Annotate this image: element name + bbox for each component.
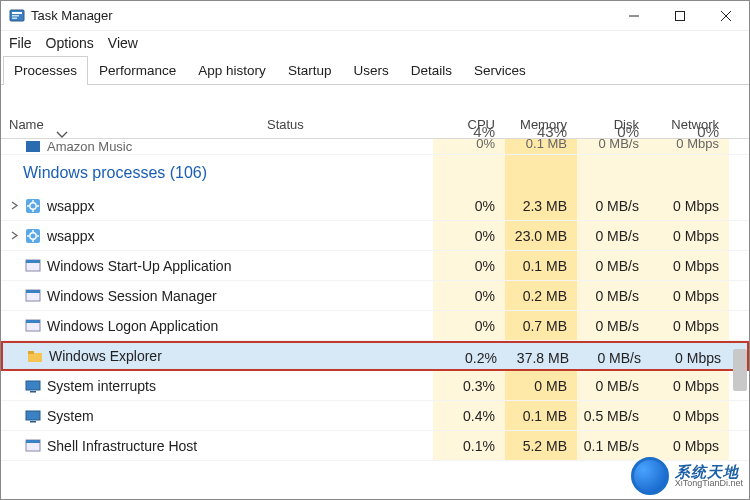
network-cell: 0 Mbps [649,431,729,460]
disk-cell: 0 MB/s [577,281,649,310]
svg-rect-1 [12,12,22,14]
memory-cell: 2.3 MB [505,191,577,220]
table-row[interactable]: Windows Explorer0.2%37.8 MB0 MB/s0 Mbps [1,341,749,371]
table-row[interactable]: Amazon Music 0% 0.1 MB 0 MB/s 0 Mbps [1,139,749,155]
svg-rect-8 [26,141,40,152]
menu-view[interactable]: View [108,35,138,51]
close-button[interactable] [703,1,749,31]
minimize-button[interactable] [611,1,657,31]
app-process-icon [25,318,41,334]
disk-cell: 0 MB/s [577,371,649,400]
process-name: System [47,408,94,424]
svg-rect-3 [12,17,17,19]
watermark-logo-icon [631,457,669,495]
titlebar: Task Manager [1,1,749,31]
disk-cell: 0 MB/s [577,251,649,280]
tab-app-history[interactable]: App history [187,56,277,85]
process-name: Shell Infrastructure Host [47,438,197,454]
disk-cell: 0 MB/s [577,191,649,220]
table-row[interactable]: Windows Logon Application0%0.7 MB0 MB/s0… [1,311,749,341]
tab-performance[interactable]: Performance [88,56,187,85]
memory-cell: 0.2 MB [505,281,577,310]
cpu-cell: 0% [433,191,505,220]
network-cell: 0 Mbps [651,343,731,369]
menubar: File Options View [1,31,749,55]
app-process-icon [25,258,41,274]
disk-cell: 0 MB/s [577,139,649,154]
column-header-name[interactable]: Name [1,117,259,138]
table-row[interactable]: System0.4%0.1 MB0.5 MB/s0 Mbps [1,401,749,431]
watermark: 系统天地 XiTongTianDi.net [631,457,743,495]
column-header-memory[interactable]: 43% Memory [505,117,577,138]
explorer-process-icon [27,348,43,364]
process-list: Amazon Music 0% 0.1 MB 0 MB/s 0 Mbps Win… [1,139,749,461]
cpu-cell: 0.2% [435,343,507,369]
table-row[interactable]: wsappx0%2.3 MB0 MB/s0 Mbps [1,191,749,221]
memory-cell: 0.1 MB [505,251,577,280]
maximize-button[interactable] [657,1,703,31]
menu-file[interactable]: File [9,35,32,51]
column-header-row: Name Status 4% CPU 43% Memory 0% Disk 0%… [1,85,749,139]
disk-cell: 0.5 MB/s [577,401,649,430]
tab-services[interactable]: Services [463,56,537,85]
sys-process-icon [25,378,41,394]
network-cell: 0 Mbps [649,311,729,340]
app-process-icon [25,288,41,304]
cpu-cell: 0% [433,281,505,310]
network-cell: 0 Mbps [649,281,729,310]
process-group-header[interactable]: Windows processes (106) [1,155,749,191]
tab-startup[interactable]: Startup [277,56,343,85]
column-header-cpu[interactable]: 4% CPU [433,117,505,138]
memory-cell: 0 MB [505,371,577,400]
disk-cell: 0 MB/s [577,311,649,340]
column-header-network[interactable]: 0% Network [649,117,729,138]
gear-process-icon [25,228,41,244]
table-row[interactable]: Windows Start-Up Application0%0.1 MB0 MB… [1,251,749,281]
svg-rect-22 [26,260,40,263]
tab-details[interactable]: Details [400,56,463,85]
disk-cell: 0.1 MB/s [577,431,649,460]
cpu-cell: 0.3% [433,371,505,400]
gear-process-icon [25,198,41,214]
tab-users[interactable]: Users [342,56,399,85]
svg-rect-32 [30,421,36,423]
column-header-status[interactable]: Status [259,117,433,138]
svg-rect-27 [28,353,42,362]
tab-strip: Processes Performance App history Startu… [1,55,749,85]
column-header-disk[interactable]: 0% Disk [577,117,649,138]
cpu-cell: 0.1% [433,431,505,460]
table-row[interactable]: wsappx0%23.0 MB0 MB/s0 Mbps [1,221,749,251]
svg-rect-30 [30,391,36,393]
disk-cell: 0 MB/s [579,343,651,369]
process-name: wsappx [47,228,94,244]
process-name: Windows Start-Up Application [47,258,231,274]
menu-options[interactable]: Options [46,35,94,51]
app-icon [9,8,25,24]
group-label: Windows processes (106) [23,164,207,181]
table-row[interactable]: System interrupts0.3%0 MB0 MB/s0 Mbps [1,371,749,401]
svg-rect-28 [28,351,34,354]
expander-icon[interactable] [9,231,19,240]
memory-cell: 0.7 MB [505,311,577,340]
network-cell: 0 Mbps [649,221,729,250]
network-cell: 0 Mbps [649,139,729,154]
memory-cell: 0.1 MB [505,401,577,430]
sys-process-icon [25,408,41,424]
network-cell: 0 Mbps [649,251,729,280]
scrollbar-thumb[interactable] [733,349,747,391]
tab-processes[interactable]: Processes [3,56,88,85]
network-cell: 0 Mbps [649,401,729,430]
cpu-cell: 0.4% [433,401,505,430]
memory-cell: 37.8 MB [507,343,579,369]
table-row[interactable]: Windows Session Manager0%0.2 MB0 MB/s0 M… [1,281,749,311]
cpu-cell: 0% [433,139,505,154]
network-cell: 0 Mbps [649,191,729,220]
svg-rect-31 [26,411,40,420]
app-process-icon [25,438,41,454]
svg-rect-26 [26,320,40,323]
svg-rect-34 [26,440,40,443]
memory-cell: 23.0 MB [505,221,577,250]
process-name: Windows Explorer [49,348,162,364]
watermark-url: XiTongTianDi.net [675,479,743,488]
expander-icon[interactable] [9,201,19,210]
